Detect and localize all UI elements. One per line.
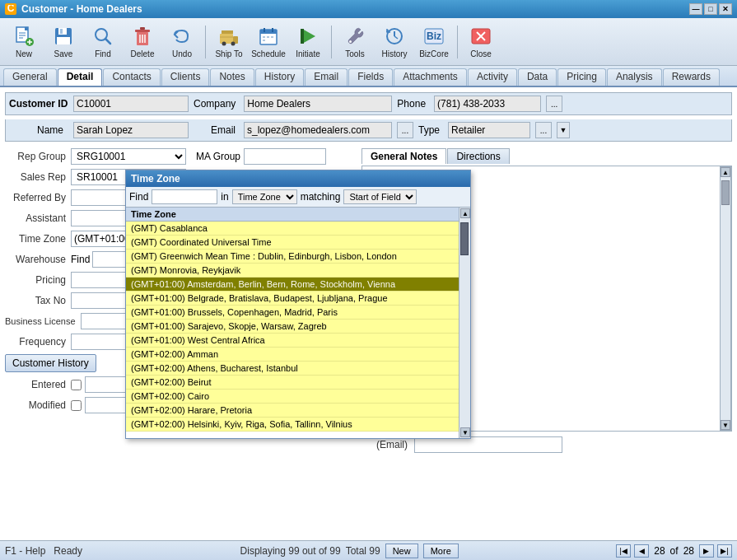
modified-checkbox[interactable] bbox=[71, 400, 82, 411]
tab-history[interactable]: History bbox=[255, 68, 304, 86]
phone-field[interactable] bbox=[434, 96, 541, 112]
tz-item-3[interactable]: (GMT) Greenwich Mean Time : Dublin, Edin… bbox=[126, 250, 470, 264]
tz-item-4[interactable]: (GMT) Monrovia, Reykjavik bbox=[126, 264, 470, 278]
scroll-thumb[interactable] bbox=[721, 180, 730, 205]
status-more-button[interactable]: More bbox=[423, 544, 459, 558]
toolbar: New Save Find bbox=[0, 18, 737, 66]
dropdown-scroll-up[interactable]: ▲ bbox=[460, 208, 470, 218]
tz-item-2[interactable]: (GMT) Coordinated Universal Time bbox=[126, 236, 470, 250]
entered-checkbox[interactable] bbox=[71, 380, 82, 390]
maximize-button[interactable]: □ bbox=[704, 3, 717, 15]
close-window-button[interactable]: ✕ bbox=[719, 3, 732, 15]
close-button[interactable]: Close bbox=[462, 21, 500, 62]
find-button[interactable]: Find bbox=[84, 21, 122, 62]
dropdown-matching-select[interactable]: Start of Field Any Part End of Field bbox=[343, 189, 417, 204]
tz-item-14[interactable]: (GMT+02:00) Harare, Pretoria bbox=[126, 404, 470, 418]
rep-group-select[interactable]: SRG10001 bbox=[71, 148, 186, 165]
tz-item-15[interactable]: (GMT+02:00) Helsinki, Kyiv, Riga, Sofia,… bbox=[126, 418, 470, 432]
customer-history-button[interactable]: Customer History bbox=[5, 354, 96, 372]
dropdown-in-select[interactable]: Time Zone bbox=[232, 189, 297, 204]
tab-email[interactable]: Email bbox=[305, 68, 348, 86]
app-icon: C bbox=[5, 3, 16, 15]
tz-item-13[interactable]: (GMT+02:00) Cairo bbox=[126, 390, 470, 404]
email-extra-button[interactable]: ... bbox=[397, 122, 413, 138]
save-button[interactable]: Save bbox=[44, 21, 82, 62]
type-dropdown-button[interactable]: ▼ bbox=[557, 122, 570, 138]
svg-rect-26 bbox=[222, 30, 233, 34]
toolbar-sep-3 bbox=[457, 26, 458, 58]
tab-rewards[interactable]: Rewards bbox=[663, 68, 720, 86]
tz-item-6[interactable]: (GMT+01:00) Belgrade, Bratislava, Budape… bbox=[126, 292, 470, 306]
notes-tab-general[interactable]: General Notes bbox=[362, 148, 446, 164]
tab-fields[interactable]: Fields bbox=[348, 68, 393, 86]
tz-item-11[interactable]: (GMT+02:00) Athens, Bucharest, Istanbul bbox=[126, 362, 470, 376]
customer-id-field[interactable] bbox=[73, 96, 189, 112]
warehouse-label: Warehouse bbox=[5, 254, 71, 265]
initiate-button[interactable]: Initiate bbox=[289, 21, 327, 62]
nav-next-button[interactable]: ▶ bbox=[699, 544, 714, 558]
nav-last-button[interactable]: ▶| bbox=[717, 544, 732, 558]
schedule-icon bbox=[257, 25, 280, 48]
svg-rect-22 bbox=[220, 34, 233, 44]
email-label: Email bbox=[194, 124, 239, 136]
ma-group-field[interactable] bbox=[244, 148, 326, 165]
minimize-button[interactable]: — bbox=[689, 3, 702, 15]
tools-label: Tools bbox=[345, 49, 364, 58]
notes-scrollbar[interactable]: ▲ ▼ bbox=[720, 166, 731, 431]
notes-tab-directions[interactable]: Directions bbox=[447, 148, 509, 164]
help-text: F1 - Help bbox=[5, 545, 45, 557]
schedule-button[interactable]: Schedule bbox=[250, 21, 287, 62]
company-field[interactable] bbox=[244, 96, 392, 112]
type-extra-button[interactable]: ... bbox=[535, 122, 552, 138]
status-new-button[interactable]: New bbox=[385, 544, 418, 558]
delete-button[interactable]: Delete bbox=[124, 21, 161, 62]
tz-item-5[interactable]: (GMT+01:00) Amsterdam, Berlin, Bern, Rom… bbox=[126, 278, 470, 292]
tab-pricing[interactable]: Pricing bbox=[557, 68, 606, 86]
status-left: F1 - Help Ready bbox=[5, 545, 82, 557]
tab-activity[interactable]: Activity bbox=[468, 68, 517, 86]
new-button[interactable]: New bbox=[5, 21, 43, 62]
phone-extra-button[interactable]: ... bbox=[546, 96, 562, 112]
scroll-down-arrow[interactable]: ▼ bbox=[721, 420, 730, 430]
tz-item-1[interactable]: (GMT) Casablanca bbox=[126, 222, 470, 236]
tab-clients[interactable]: Clients bbox=[161, 68, 210, 86]
dropdown-scroll-thumb[interactable] bbox=[460, 222, 469, 255]
tab-detail[interactable]: Detail bbox=[58, 68, 103, 86]
tab-attachments[interactable]: Attachments bbox=[394, 68, 467, 86]
email-field[interactable] bbox=[244, 122, 392, 138]
tab-notes[interactable]: Notes bbox=[210, 68, 254, 86]
tab-data[interactable]: Data bbox=[518, 68, 557, 86]
tab-contacts[interactable]: Contacts bbox=[103, 68, 160, 86]
nav-first-button[interactable]: |◀ bbox=[616, 544, 631, 558]
scroll-up-arrow[interactable]: ▲ bbox=[721, 167, 730, 177]
type-field[interactable] bbox=[448, 122, 530, 138]
email-extra-field[interactable] bbox=[414, 436, 562, 453]
status-center: Displaying 99 out of 99 Total 99 New Mor… bbox=[240, 544, 459, 558]
email-label2: (Email) bbox=[362, 439, 411, 450]
tz-item-12[interactable]: (GMT+02:00) Beirut bbox=[126, 376, 470, 390]
history-toolbar-button[interactable]: History bbox=[375, 21, 413, 62]
dropdown-scroll-down[interactable]: ▼ bbox=[460, 427, 470, 437]
svg-rect-29 bbox=[260, 30, 277, 34]
tools-button[interactable]: Tools bbox=[336, 21, 374, 62]
ship-to-button[interactable]: Ship To bbox=[210, 21, 248, 62]
tz-item-9[interactable]: (GMT+01:00) West Central Africa bbox=[126, 334, 470, 348]
dropdown-find-input[interactable] bbox=[152, 189, 217, 204]
svg-point-24 bbox=[222, 42, 226, 46]
dropdown-scrollbar[interactable]: ▲ ▼ bbox=[459, 208, 470, 438]
name-field[interactable] bbox=[73, 122, 189, 138]
tab-general[interactable]: General bbox=[3, 68, 57, 86]
shipto-icon bbox=[217, 25, 240, 48]
pricing-label: Pricing bbox=[5, 274, 71, 286]
nav-prev-button[interactable]: ◀ bbox=[634, 544, 649, 558]
tz-item-7[interactable]: (GMT+01:00) Brussels, Copenhagen, Madrid… bbox=[126, 306, 470, 320]
tab-analysis[interactable]: Analysis bbox=[607, 68, 662, 86]
bizcore-button[interactable]: Biz BizCore bbox=[415, 21, 453, 62]
undo-button[interactable]: Undo bbox=[163, 21, 201, 62]
status-bar: F1 - Help Ready Displaying 99 out of 99 … bbox=[0, 540, 737, 560]
frequency-label: Frequency bbox=[5, 336, 71, 348]
tz-item-10[interactable]: (GMT+02:00) Amman bbox=[126, 348, 470, 362]
find-label: Find bbox=[71, 254, 90, 265]
svg-line-41 bbox=[394, 36, 398, 39]
tz-item-8[interactable]: (GMT+01:00) Sarajevo, Skopje, Warsaw, Za… bbox=[126, 320, 470, 334]
